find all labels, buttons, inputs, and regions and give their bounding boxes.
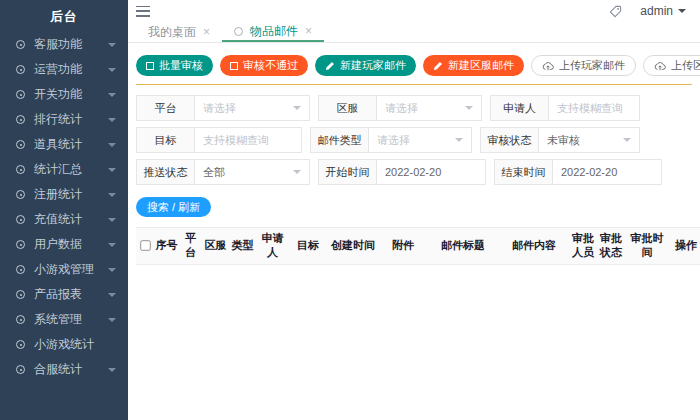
col-approve-status: 审批状态 xyxy=(597,228,625,265)
upload-cloud-icon xyxy=(542,61,554,71)
sidebar-item-merge-stats[interactable]: 合服统计 xyxy=(0,357,128,382)
sidebar-item-system-manage[interactable]: 系统管理 xyxy=(0,307,128,332)
col-mail-title: 邮件标题 xyxy=(427,228,499,265)
sidebar-title: 后台 xyxy=(0,0,128,32)
user-menu[interactable]: admin xyxy=(640,4,686,18)
circle-dot-icon xyxy=(16,140,25,149)
col-type: 类型 xyxy=(229,228,256,265)
filter-start-time: 开始时间 xyxy=(318,159,486,185)
chevron-down-icon xyxy=(293,170,301,174)
sidebar-item-minigame-stats[interactable]: 小游戏统计 xyxy=(0,332,128,357)
col-index: 序号 xyxy=(154,228,179,265)
circle-dot-icon xyxy=(16,65,25,74)
chevron-down-icon xyxy=(108,193,116,197)
chevron-down-icon xyxy=(108,93,116,97)
filter-end-time: 结束时间 xyxy=(494,159,662,185)
chevron-down-icon xyxy=(293,106,301,110)
filter-server: 区服 请选择 xyxy=(318,95,482,121)
sidebar-item-register-stats[interactable]: 注册统计 xyxy=(0,182,128,207)
content: 批量审核 审核不通过 新建玩家邮件 新建区服邮件 上传玩家邮件 xyxy=(128,43,700,420)
circle-dot-icon xyxy=(16,40,25,49)
chevron-down-icon xyxy=(108,143,116,147)
sidebar-item-user-data[interactable]: 用户数据 xyxy=(0,232,128,257)
col-target: 目标 xyxy=(289,228,327,265)
circle-dot-icon xyxy=(16,215,25,224)
chevron-down-icon xyxy=(678,9,686,13)
select-all-checkbox[interactable] xyxy=(140,241,150,251)
chevron-down-icon xyxy=(108,43,116,47)
upload-server-mail-button[interactable]: 上传区服邮件 xyxy=(643,55,700,76)
gold-divider xyxy=(136,84,692,85)
tag-icon[interactable] xyxy=(609,5,622,18)
circle-dot-icon xyxy=(16,290,25,299)
circle-dot-icon xyxy=(16,115,25,124)
new-player-mail-button[interactable]: 新建玩家邮件 xyxy=(315,55,416,76)
filter-applicant: 申请人 xyxy=(490,95,640,121)
col-approver: 审批人员 xyxy=(569,228,597,265)
chevron-down-icon xyxy=(455,138,463,142)
circle-icon xyxy=(234,27,243,36)
app-window: 后台 客服功能 运营功能 开关功能 排行统计 道具统计 统计汇总 注册统计 充值… xyxy=(0,0,700,420)
sidebar-item-minigame-manage[interactable]: 小游戏管理 xyxy=(0,257,128,282)
start-date-input[interactable] xyxy=(385,166,477,178)
checkbox-icon xyxy=(230,62,238,70)
menu-toggle-icon[interactable] xyxy=(136,6,150,17)
col-applicant: 申请人 xyxy=(256,228,289,265)
tab-bar: 我的桌面 × 物品邮件 × xyxy=(128,22,700,43)
circle-dot-icon xyxy=(16,240,25,249)
close-icon[interactable]: × xyxy=(203,25,210,39)
end-date-input[interactable] xyxy=(561,166,653,178)
sidebar-item-stats-summary[interactable]: 统计汇总 xyxy=(0,157,128,182)
mail-table: 序号 平台 区服 类型 申请人 目标 创建时间 附件 邮件标题 邮件内容 审批人… xyxy=(136,227,700,265)
pencil-icon xyxy=(433,61,443,71)
platform-select[interactable]: 请选择 xyxy=(195,96,309,120)
sidebar-item-customer-service[interactable]: 客服功能 xyxy=(0,32,128,57)
server-select[interactable]: 请选择 xyxy=(377,96,481,120)
circle-dot-icon xyxy=(16,90,25,99)
close-icon[interactable]: × xyxy=(305,24,312,38)
chevron-down-icon xyxy=(465,106,473,110)
col-platform: 平台 xyxy=(179,228,202,265)
col-approve-time: 审批时间 xyxy=(625,228,669,265)
search-refresh-button[interactable]: 搜索 / 刷新 xyxy=(136,197,211,217)
tab-item-mail[interactable]: 物品邮件 × xyxy=(222,22,324,42)
mail-type-select[interactable]: 请选择 xyxy=(369,128,471,152)
new-server-mail-button[interactable]: 新建区服邮件 xyxy=(423,55,524,76)
topbar: admin xyxy=(128,0,700,22)
filter-row-2: 目标 邮件类型 请选择 审核状态 未审核 xyxy=(136,127,692,153)
filter-mail-type: 邮件类型 请选择 xyxy=(310,127,472,153)
chevron-down-icon xyxy=(108,218,116,222)
sidebar-item-recharge-stats[interactable]: 充值统计 xyxy=(0,207,128,232)
circle-dot-icon xyxy=(16,315,25,324)
review-reject-button[interactable]: 审核不通过 xyxy=(220,55,308,76)
review-status-select[interactable]: 未审核 xyxy=(539,128,639,152)
chevron-down-icon xyxy=(108,243,116,247)
sidebar-item-operations[interactable]: 运营功能 xyxy=(0,57,128,82)
push-status-select[interactable]: 全部 xyxy=(195,160,309,184)
target-input[interactable] xyxy=(203,134,293,146)
col-operation: 操作 xyxy=(669,228,700,265)
chevron-down-icon xyxy=(108,318,116,322)
upload-cloud-icon xyxy=(654,61,666,71)
upload-player-mail-button[interactable]: 上传玩家邮件 xyxy=(531,55,636,76)
toolbar: 批量审核 审核不通过 新建玩家邮件 新建区服邮件 上传玩家邮件 xyxy=(136,55,692,76)
col-server: 区服 xyxy=(202,228,229,265)
circle-dot-icon xyxy=(16,190,25,199)
chevron-down-icon xyxy=(108,68,116,72)
sidebar-item-item-stats[interactable]: 道具统计 xyxy=(0,132,128,157)
sidebar-item-switches[interactable]: 开关功能 xyxy=(0,82,128,107)
filter-row-1: 平台 请选择 区服 请选择 申请人 xyxy=(136,95,692,121)
applicant-input[interactable] xyxy=(557,102,631,114)
chevron-down-icon xyxy=(108,268,116,272)
chevron-down-icon xyxy=(623,138,631,142)
tab-my-desktop[interactable]: 我的桌面 × xyxy=(136,22,222,42)
table-header-row: 序号 平台 区服 类型 申请人 目标 创建时间 附件 邮件标题 邮件内容 审批人… xyxy=(136,228,700,265)
circle-dot-icon xyxy=(16,165,25,174)
checkbox-icon xyxy=(146,62,154,70)
filter-platform: 平台 请选择 xyxy=(136,95,310,121)
sidebar-item-product-report[interactable]: 产品报表 xyxy=(0,282,128,307)
sidebar: 后台 客服功能 运营功能 开关功能 排行统计 道具统计 统计汇总 注册统计 充值… xyxy=(0,0,128,420)
batch-review-button[interactable]: 批量审核 xyxy=(136,55,213,76)
sidebar-item-ranking-stats[interactable]: 排行统计 xyxy=(0,107,128,132)
filter-row-3: 推送状态 全部 开始时间 结束时间 xyxy=(136,159,692,185)
